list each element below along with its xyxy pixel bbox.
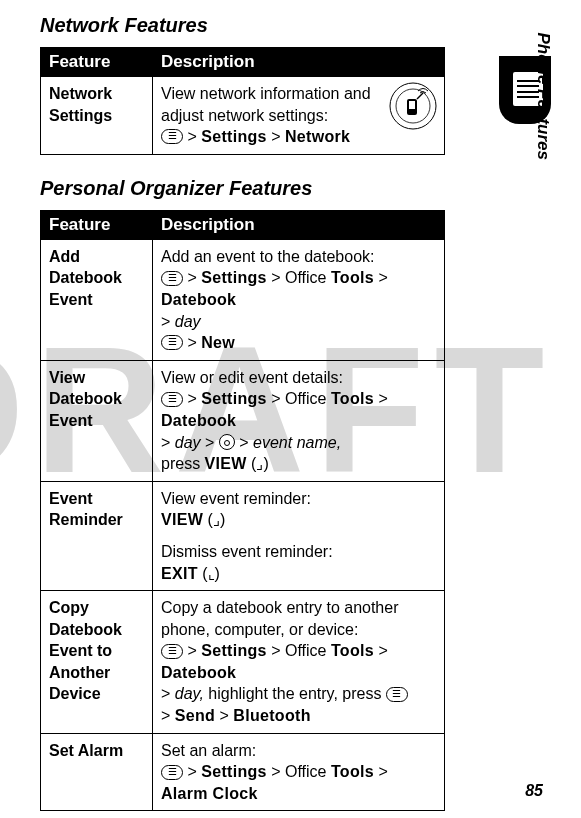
- description-cell: View network information and adjust netw…: [153, 77, 445, 155]
- col-feature: Feature: [41, 48, 153, 77]
- sep: >: [161, 434, 175, 451]
- paren: ): [220, 511, 225, 528]
- tools-label: Tools: [331, 763, 374, 780]
- datebook-label: Datebook: [161, 412, 236, 429]
- table-row: Network Settings View network informatio…: [41, 77, 445, 155]
- send-label: Send: [175, 707, 215, 724]
- sep: > Office: [267, 390, 331, 407]
- sep: >: [161, 313, 175, 330]
- menu-key-icon: ☰: [161, 271, 183, 286]
- sep: >: [235, 434, 253, 451]
- day-label: day,: [175, 685, 204, 702]
- event-name-label: event name,: [253, 434, 341, 451]
- settings-label: Settings: [201, 128, 267, 145]
- press-label: press: [161, 455, 205, 472]
- view-label: VIEW: [161, 511, 203, 528]
- sep: > Office: [267, 269, 331, 286]
- col-feature: Feature: [41, 210, 153, 239]
- description-cell: Copy a datebook entry to another phone, …: [153, 591, 445, 734]
- paren: ): [215, 565, 220, 582]
- feature-cell: View Datebook Event: [41, 360, 153, 481]
- paren: ): [263, 455, 268, 472]
- menu-key-icon: ☰: [161, 129, 183, 144]
- network-features-heading: Network Features: [40, 14, 445, 37]
- sep: >: [183, 269, 201, 286]
- exit-label: EXIT: [161, 565, 198, 582]
- left-soft-key-icon: ⌞: [208, 564, 215, 584]
- sep: >: [183, 763, 201, 780]
- table-row: Copy Datebook Event to Another Device Co…: [41, 591, 445, 734]
- description-cell: Add an event to the datebook: ☰ > Settin…: [153, 239, 445, 360]
- datebook-label: Datebook: [161, 291, 236, 308]
- description-cell: View or edit event details: ☰ > Settings…: [153, 360, 445, 481]
- desc-text: View event reminder:: [161, 490, 311, 507]
- nav-key-icon: [219, 434, 235, 450]
- menu-key-icon: ☰: [161, 392, 183, 407]
- col-description: Description: [153, 210, 445, 239]
- table-row: View Datebook Event View or edit event d…: [41, 360, 445, 481]
- tools-label: Tools: [331, 269, 374, 286]
- paren: (: [203, 511, 213, 528]
- col-description: Description: [153, 48, 445, 77]
- feature-cell: Copy Datebook Event to Another Device: [41, 591, 153, 734]
- new-label: New: [201, 334, 235, 351]
- feature-cell: Set Alarm: [41, 733, 153, 811]
- menu-key-icon: ☰: [161, 765, 183, 780]
- organizer-features-table: Feature Description Add Datebook Event A…: [40, 210, 445, 812]
- paren: (: [247, 455, 257, 472]
- menu-key-icon: ☰: [386, 687, 408, 702]
- desc-text: Add an event to the datebook:: [161, 248, 375, 265]
- description-cell: View event reminder: VIEW (⌟) Dismiss ev…: [153, 481, 445, 590]
- desc-text: Set an alarm:: [161, 742, 256, 759]
- tools-label: Tools: [331, 642, 374, 659]
- sep: >: [183, 128, 201, 145]
- sep: >: [267, 128, 285, 145]
- tools-label: Tools: [331, 390, 374, 407]
- organizer-features-heading: Personal Organizer Features: [40, 177, 445, 200]
- day-label: day: [175, 434, 201, 451]
- description-cell: Set an alarm: ☰ > Settings > Office Tool…: [153, 733, 445, 811]
- network-subscription-icon: [388, 81, 438, 137]
- feature-cell: Event Reminder: [41, 481, 153, 590]
- desc-text: Copy a datebook entry to another phone, …: [161, 599, 399, 638]
- datebook-label: Datebook: [161, 664, 236, 681]
- side-tab-dots: [503, 72, 509, 108]
- sep: >: [374, 763, 388, 780]
- bluetooth-label: Bluetooth: [233, 707, 310, 724]
- highlight-text: highlight the entry, press: [204, 685, 386, 702]
- alarm-clock-label: Alarm Clock: [161, 785, 258, 802]
- sep: >: [215, 707, 233, 724]
- network-features-table: Feature Description Network Settings Vie…: [40, 47, 445, 155]
- sep: > Office: [267, 642, 331, 659]
- sep: >: [374, 390, 388, 407]
- feature-cell: Add Datebook Event: [41, 239, 153, 360]
- desc-text: View network information and adjust netw…: [161, 85, 371, 124]
- settings-label: Settings: [201, 390, 267, 407]
- sep: >: [161, 685, 175, 702]
- sep: > Office: [267, 763, 331, 780]
- sep: >: [161, 707, 175, 724]
- menu-key-icon: ☰: [161, 335, 183, 350]
- desc-text: View or edit event details:: [161, 369, 343, 386]
- right-soft-key-icon: ⌟: [213, 510, 220, 530]
- sep: >: [374, 269, 388, 286]
- paren: (: [198, 565, 208, 582]
- view-label: VIEW: [205, 455, 247, 472]
- settings-label: Settings: [201, 269, 267, 286]
- desc-text: Dismiss event reminder:: [161, 543, 333, 560]
- settings-label: Settings: [201, 642, 267, 659]
- table-header-row: Feature Description: [41, 210, 445, 239]
- settings-label: Settings: [201, 763, 267, 780]
- table-row: Event Reminder View event reminder: VIEW…: [41, 481, 445, 590]
- feature-cell: Network Settings: [41, 77, 153, 155]
- sep: >: [183, 390, 201, 407]
- table-row: Add Datebook Event Add an event to the d…: [41, 239, 445, 360]
- table-header-row: Feature Description: [41, 48, 445, 77]
- menu-key-icon: ☰: [161, 644, 183, 659]
- sep: >: [183, 334, 201, 351]
- network-label: Network: [285, 128, 350, 145]
- sep: >: [183, 642, 201, 659]
- table-row: Set Alarm Set an alarm: ☰ > Settings > O…: [41, 733, 445, 811]
- svg-rect-2: [409, 101, 415, 109]
- sep: >: [201, 434, 219, 451]
